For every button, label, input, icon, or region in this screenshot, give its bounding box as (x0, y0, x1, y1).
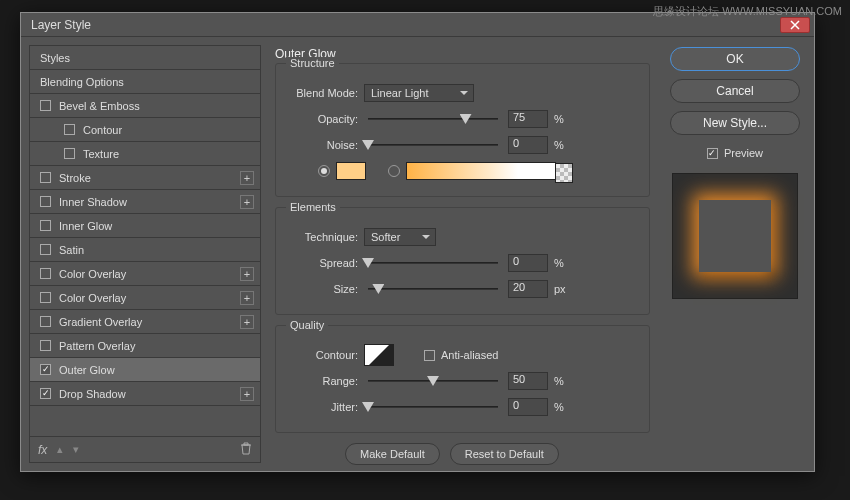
style-label: Stroke (59, 172, 91, 184)
noise-unit: % (554, 139, 574, 151)
style-row-color-overlay[interactable]: Color Overlay+ (30, 262, 260, 286)
opacity-input[interactable]: 75 (508, 110, 548, 128)
blend-mode-label: Blend Mode: (286, 87, 358, 99)
structure-group: Structure Blend Mode: Linear Light Opaci… (275, 63, 650, 197)
size-input[interactable]: 20 (508, 280, 548, 298)
ok-button[interactable]: OK (670, 47, 800, 71)
range-slider[interactable] (368, 380, 498, 382)
color-radio[interactable] (318, 165, 330, 177)
size-unit: px (554, 283, 574, 295)
add-effect-icon[interactable]: + (240, 171, 254, 185)
add-effect-icon[interactable]: + (240, 387, 254, 401)
layer-style-dialog: Layer Style Styles Blending Options Beve… (20, 12, 815, 472)
settings-panel: Outer Glow Structure Blend Mode: Linear … (269, 45, 656, 463)
style-row-outer-glow[interactable]: Outer Glow (30, 358, 260, 382)
reset-default-button[interactable]: Reset to Default (450, 443, 559, 465)
blending-options[interactable]: Blending Options (30, 70, 260, 94)
add-effect-icon[interactable]: + (240, 315, 254, 329)
watermark-text: 思缘设计论坛 WWW.MISSYUAN.COM (653, 4, 842, 19)
anti-aliased-checkbox[interactable] (424, 350, 435, 361)
noise-label: Noise: (286, 139, 358, 151)
style-label: Inner Glow (59, 220, 112, 232)
spread-unit: % (554, 257, 574, 269)
size-slider[interactable] (368, 288, 498, 290)
style-label: Contour (83, 124, 122, 136)
style-checkbox[interactable] (40, 172, 51, 183)
style-row-inner-shadow[interactable]: Inner Shadow+ (30, 190, 260, 214)
style-label: Gradient Overlay (59, 316, 142, 328)
style-label: Color Overlay (59, 268, 126, 280)
range-input[interactable]: 50 (508, 372, 548, 390)
add-effect-icon[interactable]: + (240, 195, 254, 209)
style-row-gradient-overlay[interactable]: Gradient Overlay+ (30, 310, 260, 334)
styles-footer: fx ▴ ▾ (29, 437, 261, 463)
arrow-down-icon[interactable]: ▾ (73, 443, 79, 456)
style-checkbox[interactable] (40, 268, 51, 279)
technique-label: Technique: (286, 231, 358, 243)
blend-mode-select[interactable]: Linear Light (364, 84, 474, 102)
preview-checkbox[interactable] (707, 148, 718, 159)
range-label: Range: (286, 375, 358, 387)
style-label: Color Overlay (59, 292, 126, 304)
style-row-texture[interactable]: Texture (30, 142, 260, 166)
size-label: Size: (286, 283, 358, 295)
preview-box (672, 173, 798, 299)
style-label: Inner Shadow (59, 196, 127, 208)
gradient-radio[interactable] (388, 165, 400, 177)
style-row-drop-shadow[interactable]: Drop Shadow+ (30, 382, 260, 406)
close-icon (790, 20, 800, 30)
style-label: Satin (59, 244, 84, 256)
color-swatch[interactable] (336, 162, 366, 180)
style-row-bevel-emboss[interactable]: Bevel & Emboss (30, 94, 260, 118)
style-checkbox[interactable] (64, 148, 75, 159)
cancel-button[interactable]: Cancel (670, 79, 800, 103)
range-unit: % (554, 375, 574, 387)
trash-icon[interactable] (240, 441, 252, 459)
jitter-label: Jitter: (286, 401, 358, 413)
style-label: Drop Shadow (59, 388, 126, 400)
jitter-input[interactable]: 0 (508, 398, 548, 416)
style-row-color-overlay[interactable]: Color Overlay+ (30, 286, 260, 310)
spread-slider[interactable] (368, 262, 498, 264)
preview-label: Preview (724, 147, 763, 159)
action-panel: OK Cancel New Style... Preview (664, 45, 806, 463)
opacity-slider[interactable] (368, 118, 498, 120)
style-checkbox[interactable] (40, 292, 51, 303)
styles-panel: Styles Blending Options Bevel & EmbossCo… (29, 45, 261, 463)
make-default-button[interactable]: Make Default (345, 443, 440, 465)
add-effect-icon[interactable]: + (240, 291, 254, 305)
jitter-unit: % (554, 401, 574, 413)
arrow-up-icon[interactable]: ▴ (57, 443, 63, 456)
style-checkbox[interactable] (40, 196, 51, 207)
quality-group: Quality Contour: Anti-aliased Range: 50 … (275, 325, 650, 433)
new-style-button[interactable]: New Style... (670, 111, 800, 135)
add-effect-icon[interactable]: + (240, 267, 254, 281)
spread-input[interactable]: 0 (508, 254, 548, 272)
technique-select[interactable]: Softer (364, 228, 436, 246)
style-checkbox[interactable] (40, 244, 51, 255)
noise-input[interactable]: 0 (508, 136, 548, 154)
style-checkbox[interactable] (64, 124, 75, 135)
style-checkbox[interactable] (40, 388, 51, 399)
fx-icon[interactable]: fx (38, 443, 47, 457)
contour-picker[interactable] (364, 344, 394, 366)
styles-header[interactable]: Styles (30, 46, 260, 70)
elements-group: Elements Technique: Softer Spread: 0 % S… (275, 207, 650, 315)
opacity-unit: % (554, 113, 574, 125)
style-row-stroke[interactable]: Stroke+ (30, 166, 260, 190)
style-checkbox[interactable] (40, 100, 51, 111)
contour-label: Contour: (286, 349, 358, 361)
jitter-slider[interactable] (368, 406, 498, 408)
quality-label: Quality (286, 319, 328, 331)
style-row-inner-glow[interactable]: Inner Glow (30, 214, 260, 238)
style-checkbox[interactable] (40, 340, 51, 351)
style-row-contour[interactable]: Contour (30, 118, 260, 142)
gradient-swatch[interactable] (406, 162, 556, 180)
style-checkbox[interactable] (40, 364, 51, 375)
style-row-satin[interactable]: Satin (30, 238, 260, 262)
noise-slider[interactable] (368, 144, 498, 146)
preview-swatch (699, 200, 771, 272)
style-row-pattern-overlay[interactable]: Pattern Overlay (30, 334, 260, 358)
style-checkbox[interactable] (40, 220, 51, 231)
style-checkbox[interactable] (40, 316, 51, 327)
